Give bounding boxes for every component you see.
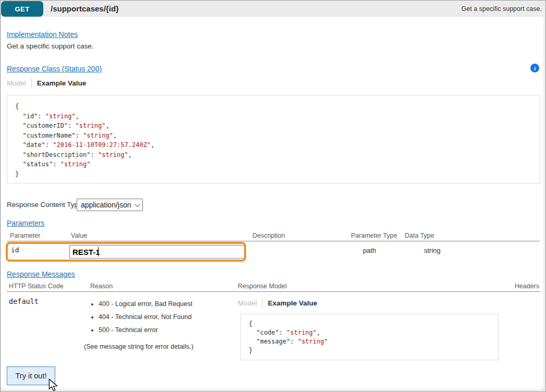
swagger-operation-panel: GET /supportcases/{id} Get a specific su…	[0, 0, 546, 392]
parameters-link[interactable]: Parameters	[7, 219, 44, 227]
col-response-model: Response Model	[238, 283, 287, 290]
status-code-cell: default	[9, 297, 39, 305]
response-example-json: { "id": "string", "customerID": "string"…	[7, 95, 540, 183]
error-example-json: { "code": "string", "message": "string"}	[240, 314, 499, 360]
reason-note: (See message string for error details.)	[84, 343, 193, 350]
col-http-status-code: HTTP Status Code	[9, 283, 64, 290]
rm-header-rule	[7, 291, 540, 292]
param-datatype-cell: string	[424, 247, 441, 254]
endpoint-summary: Get a specific support case.	[462, 1, 542, 17]
reason-item: 400 - Logical error, Bad Request	[99, 300, 192, 308]
response-model-tabs: Model Example Value	[238, 298, 317, 308]
col-data-type: Data Type	[405, 232, 434, 239]
response-class-tabs: Model Example Value	[7, 78, 86, 88]
col-headers: Headers	[515, 283, 539, 290]
col-reason: Reason	[90, 283, 113, 290]
implementation-notes-text: Get a specific support case.	[7, 42, 94, 50]
implementation-notes-link[interactable]: Implementation Notes	[7, 30, 78, 39]
tab-model[interactable]: Model	[238, 299, 257, 307]
response-content-type-value: application/json	[81, 201, 135, 209]
param-name: id	[11, 246, 19, 254]
col-parameter-type: Parameter Type	[351, 232, 397, 239]
response-content-type-select[interactable]: application/json	[77, 199, 143, 211]
reason-item: 404 - Technical error, Not Found	[99, 313, 192, 321]
http-method-badge[interactable]: GET	[1, 1, 43, 17]
info-icon[interactable]: i	[530, 64, 539, 72]
tab-example-value[interactable]: Example Value	[37, 79, 87, 87]
try-it-out-button[interactable]: Try it out!	[7, 366, 55, 385]
tab-example-value[interactable]: Example Value	[268, 299, 318, 307]
response-class-link[interactable]: Response Class (Status 200)	[7, 65, 102, 73]
endpoint-path[interactable]: /supportcases/{id}	[51, 1, 119, 17]
col-parameter: Parameter	[10, 232, 40, 239]
chevron-down-icon	[135, 201, 140, 207]
response-content-type-label: Response Content Type	[7, 201, 82, 209]
param-header-rule	[7, 241, 540, 241]
operation-header-bar[interactable]: GET /supportcases/{id} Get a specific su…	[1, 1, 546, 17]
text-caret	[98, 247, 99, 256]
reason-item: 500 - Technical error	[99, 326, 192, 334]
response-messages-link[interactable]: Response Messages	[7, 270, 75, 278]
reason-list: 400 - Logical error, Bad Request404 - Te…	[89, 300, 192, 339]
param-type-cell: path	[363, 247, 376, 254]
tab-separator	[262, 298, 263, 308]
tab-model[interactable]: Model	[7, 79, 26, 87]
col-description: Description	[252, 232, 285, 239]
col-value: Value	[71, 232, 87, 239]
tab-separator	[31, 78, 32, 88]
param-value-input[interactable]	[69, 245, 245, 259]
